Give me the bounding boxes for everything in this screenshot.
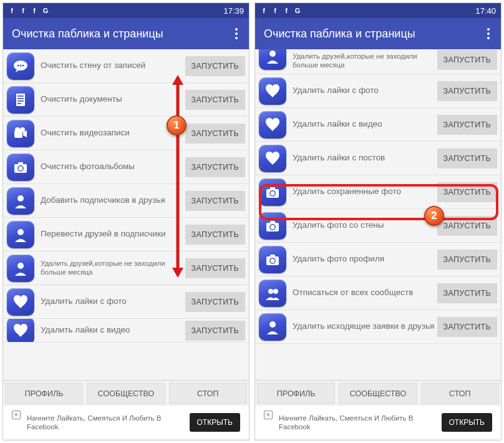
list-item-label: Перевести друзей в подписчики (41, 229, 185, 239)
tab-stop[interactable]: СТОП (421, 382, 499, 404)
list-item: Удалить друзей,которые не заходили больш… (3, 251, 249, 285)
tab-profile[interactable]: ПРОФИЛЬ (5, 382, 83, 404)
close-icon[interactable]: ✕ (264, 411, 273, 419)
list-item-label: Добавить подписчиков в друзья (41, 195, 185, 205)
list-item: Очистить фотоальбомыЗАПУСТИТЬ (3, 150, 249, 184)
list-item-label: Отписаться от всех сообществ (293, 288, 437, 298)
list-item-label: Удалить сохраненные фото (293, 187, 437, 197)
facebook-icon: f (31, 7, 38, 14)
list-item-label: Удалить лайки с фото (41, 296, 185, 306)
list-item-label: Очистить фотоальбомы (41, 162, 185, 172)
run-button[interactable]: ЗАПУСТИТЬ (437, 50, 497, 70)
tab-profile[interactable]: ПРОФИЛЬ (257, 382, 335, 404)
run-button[interactable]: ЗАПУСТИТЬ (185, 124, 245, 144)
list-item-label: Удалить фото со стены (293, 220, 437, 230)
list-item: Удалить друзей,которые не заходили больш… (255, 49, 501, 74)
bottom-tabs: ПРОФИЛЬ СООБЩЕСТВО СТОП (3, 380, 249, 406)
run-button[interactable]: ЗАПУСТИТЬ (185, 321, 245, 341)
facebook-icon: f (8, 7, 16, 14)
list-item: Удалить исходящие заявки в друзьяЗАПУСТИ… (255, 310, 501, 344)
run-button[interactable]: ЗАПУСТИТЬ (185, 90, 245, 110)
facebook-icon: f (19, 7, 27, 14)
list-item: Удалить сохраненные фотоЗАПУСТИТЬ (255, 175, 501, 209)
list-item-label: Очистить стену от записей (41, 61, 185, 71)
status-bar: f f f G 17:39 (3, 3, 249, 18)
camera-icon (7, 153, 34, 181)
run-button[interactable]: ЗАПУСТИТЬ (437, 216, 497, 236)
heart-icon (259, 145, 286, 172)
facebook-icon: f (283, 7, 290, 14)
list-item-label: Удалить лайки с постов (293, 153, 437, 163)
phone-left: f f f G 17:39 Очистка паблика и страницы… (2, 2, 250, 441)
list-item: Перевести друзей в подписчикиЗАПУСТИТЬ (3, 218, 249, 251)
run-button[interactable]: ЗАПУСТИТЬ (437, 115, 497, 135)
ad-text: Начните Лайкать, Смеяться И Любить В Fac… (27, 414, 183, 432)
list-item-label: Очистить видеозаписи (41, 128, 185, 138)
list-item: Удалить лайки с фотоЗАПУСТИТЬ (3, 285, 249, 319)
app-bar: Очистка паблика и страницы (3, 18, 249, 49)
app-bar: Очистка паблика и страницы (255, 18, 501, 49)
ad-text: Начните Лайкать, Смеяться И Любить В Fac… (279, 414, 435, 432)
status-icons: f f f G (260, 7, 301, 14)
person-icon (7, 221, 34, 248)
run-button[interactable]: ЗАПУСТИТЬ (185, 258, 245, 278)
status-bar: f f f G 17:40 (255, 3, 501, 18)
status-icons: f f f G (8, 7, 49, 14)
tab-community[interactable]: СООБЩЕСТВО (87, 382, 165, 404)
run-button[interactable]: ЗАПУСТИТЬ (185, 292, 245, 312)
list-item-label: Удалить фото профиля (293, 254, 437, 264)
google-icon: G (42, 7, 49, 14)
run-button[interactable]: ЗАПУСТИТЬ (185, 56, 245, 76)
list-item: Отписаться от всех сообществЗАПУСТИТЬ (255, 276, 501, 310)
action-list[interactable]: Очистить стену от записейЗАПУСТИТЬОчисти… (3, 49, 249, 380)
tab-stop[interactable]: СТОП (169, 382, 247, 404)
run-button[interactable]: ЗАПУСТИТЬ (437, 317, 497, 337)
list-item: Удалить лайки с фотоЗАПУСТИТЬ (255, 74, 501, 108)
clock: 17:39 (223, 6, 244, 16)
menu-icon[interactable] (485, 26, 492, 42)
run-button[interactable]: ЗАПУСТИТЬ (437, 250, 497, 270)
speech-icon (7, 52, 34, 80)
list-item: Удалить лайки с видеоЗАПУСТИТЬ (3, 319, 249, 343)
menu-icon[interactable] (233, 26, 240, 42)
list-item-label: Удалить лайки с видео (293, 119, 437, 129)
run-button[interactable]: ЗАПУСТИТЬ (437, 182, 497, 202)
list-item-label: Удалить друзей,которые не заходили больш… (41, 260, 185, 277)
google-icon: G (294, 7, 301, 14)
list-item: Удалить фото профиляЗАПУСТИТЬ (255, 243, 501, 276)
run-button[interactable]: ЗАПУСТИТЬ (185, 225, 245, 245)
list-item: Очистить видеозаписиЗАПУСТИТЬ (3, 117, 249, 150)
heart-icon (259, 77, 286, 105)
page-title: Очистка паблика и страницы (12, 27, 163, 41)
person-icon (259, 49, 286, 70)
action-list[interactable]: Удалить друзей,которые не заходили больш… (255, 49, 501, 380)
ad-open-button[interactable]: ОТКРЫТЬ (442, 413, 493, 432)
camera-icon (259, 178, 286, 206)
heart-icon (7, 288, 34, 316)
tab-community[interactable]: СООБЩЕСТВО (339, 382, 417, 404)
person-icon (259, 313, 286, 341)
ad-open-button[interactable]: ОТКРЫТЬ (190, 413, 241, 432)
page-title: Очистка паблика и страницы (264, 27, 415, 41)
list-item-label: Удалить исходящие заявки в друзья (293, 321, 437, 331)
person-icon (7, 187, 34, 215)
heart-icon (259, 111, 286, 139)
camera-icon (259, 246, 286, 273)
run-button[interactable]: ЗАПУСТИТЬ (185, 157, 245, 177)
close-icon[interactable]: ✕ (12, 411, 21, 419)
list-item-label: Удалить лайки с фото (293, 85, 437, 95)
video-icon (7, 120, 34, 147)
facebook-icon: f (271, 7, 279, 14)
run-button[interactable]: ЗАПУСТИТЬ (437, 283, 497, 303)
run-button[interactable]: ЗАПУСТИТЬ (437, 81, 497, 101)
list-item: Удалить фото со стеныЗАПУСТИТЬ (255, 209, 501, 243)
list-item: Очистить стену от записейЗАПУСТИТЬ (3, 49, 249, 83)
phone-right: f f f G 17:40 Очистка паблика и страницы… (254, 2, 502, 441)
doc-icon (7, 86, 34, 114)
run-button[interactable]: ЗАПУСТИТЬ (185, 191, 245, 211)
run-button[interactable]: ЗАПУСТИТЬ (437, 148, 497, 168)
ad-banner: ✕ Начните Лайкать, Смеяться И Любить В F… (255, 406, 501, 439)
people-icon (259, 280, 286, 307)
person-icon (7, 255, 34, 282)
ad-banner: ✕ Начните Лайкать, Смеяться И Любить В F… (3, 406, 249, 439)
